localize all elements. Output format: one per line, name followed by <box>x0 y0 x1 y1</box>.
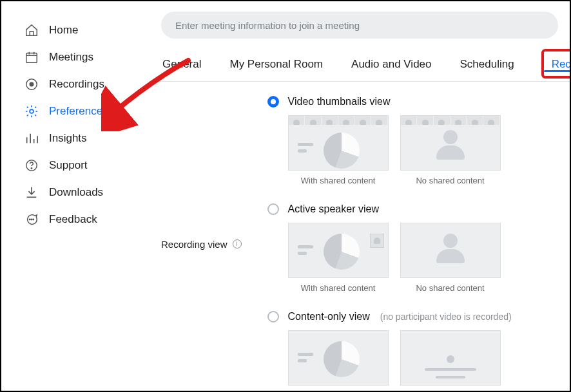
sidebar-item-recordings[interactable]: Recordings <box>1 71 150 98</box>
option-title: Content-only view <box>288 311 370 322</box>
tab-general[interactable]: General <box>161 46 202 81</box>
tab-recording[interactable]: Recording <box>541 49 571 79</box>
recording-view-label: Recording view i <box>161 96 242 391</box>
sidebar-item-meetings[interactable]: Meetings <box>1 44 150 71</box>
info-icon[interactable]: i <box>233 239 242 248</box>
radio-video-thumbnails[interactable] <box>267 96 279 107</box>
tab-scheduling[interactable]: Scheduling <box>459 46 516 81</box>
svg-point-2 <box>30 82 34 86</box>
sidebar-item-feedback[interactable]: Feedback <box>1 206 150 233</box>
option-note: (no participant video is recorded) <box>380 312 512 322</box>
sidebar-item-downloads[interactable]: Downloads <box>1 179 150 206</box>
svg-point-8 <box>33 219 34 219</box>
preview-with-shared-content: With shared content <box>288 115 389 185</box>
search-placeholder: Enter meeting information to join a meet… <box>175 20 360 31</box>
bar-chart-icon <box>24 131 39 145</box>
recording-option-video-thumbnails[interactable]: Video thumbnails view With shared conten… <box>267 96 558 185</box>
svg-point-7 <box>31 219 32 219</box>
radio-content-only[interactable] <box>267 311 279 322</box>
recording-option-active-speaker[interactable]: Active speaker view With shared content <box>267 203 558 293</box>
sidebar-item-insights[interactable]: Insights <box>1 125 150 152</box>
sidebar-item-label: Feedback <box>49 213 97 226</box>
sidebar-item-home[interactable]: Home <box>1 17 150 44</box>
recording-option-content-only[interactable]: Content-only view (no participant video … <box>267 311 558 391</box>
preview-with-shared-content: With shared content <box>288 223 389 293</box>
home-icon <box>24 23 39 37</box>
download-icon <box>24 185 39 200</box>
svg-rect-0 <box>26 53 37 63</box>
main-panel: Enter meeting information to join a meet… <box>150 1 570 391</box>
search-input[interactable]: Enter meeting information to join a meet… <box>161 12 558 39</box>
sidebar-item-label: Recordings <box>49 78 104 91</box>
tab-my-personal-room[interactable]: My Personal Room <box>228 46 324 81</box>
help-icon <box>24 158 39 173</box>
sidebar-item-label: Insights <box>49 132 87 145</box>
gear-icon <box>24 104 39 118</box>
sidebar-item-preferences[interactable]: Preferences <box>1 98 150 125</box>
option-title: Active speaker view <box>288 203 379 215</box>
preview-with-shared-content: With shared content <box>288 330 389 391</box>
radio-active-speaker[interactable] <box>267 203 279 215</box>
tab-audio-and-video[interactable]: Audio and Video <box>350 46 432 81</box>
svg-point-3 <box>30 109 34 113</box>
sidebar-item-label: Support <box>49 159 88 172</box>
svg-point-6 <box>30 219 30 219</box>
svg-point-5 <box>31 168 32 169</box>
preview-no-shared-content: No shared content <box>400 223 501 293</box>
record-icon <box>24 77 39 91</box>
sidebar-item-label: Meetings <box>49 51 93 64</box>
preview-no-shared-content: No shared content <box>400 330 501 391</box>
preferences-tabs: General My Personal Room Audio and Video… <box>150 46 570 82</box>
sidebar-item-label: Preferences <box>49 105 108 118</box>
calendar-icon <box>24 50 39 64</box>
sidebar-item-support[interactable]: Support <box>1 152 150 179</box>
sidebar: Home Meetings Recordings Preferences Ins… <box>1 1 150 391</box>
chat-icon <box>24 212 39 227</box>
sidebar-item-label: Home <box>49 24 78 37</box>
preview-no-shared-content: No shared content <box>400 115 501 185</box>
sidebar-item-label: Downloads <box>49 186 103 199</box>
option-title: Video thumbnails view <box>288 96 391 107</box>
